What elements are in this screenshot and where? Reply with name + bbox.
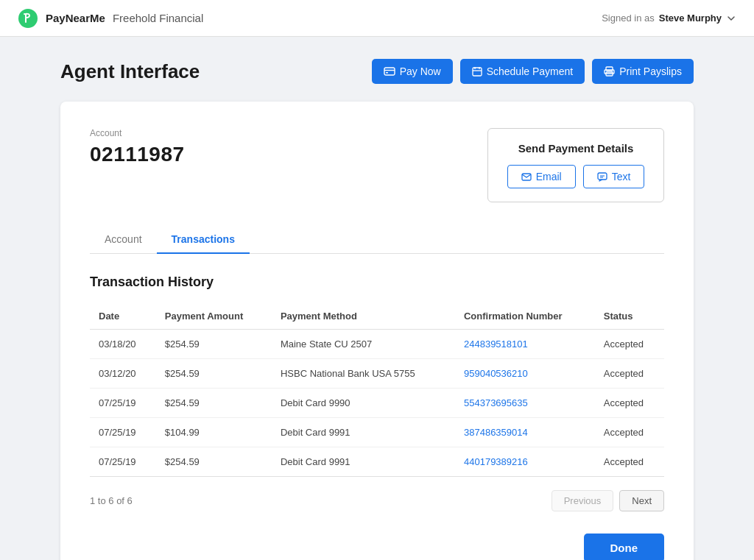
pagination-buttons: Previous Next [552, 490, 664, 511]
paynearme-logo [18, 8, 38, 29]
tab-account[interactable]: Account [90, 226, 157, 254]
print-payslips-button[interactable]: Print Payslips [592, 59, 694, 84]
navbar: PayNearMe Freehold Financial Signed in a… [0, 0, 754, 37]
account-label: Account [90, 128, 185, 138]
cell-status: Accepted [595, 447, 664, 477]
table-row: 07/25/19 $254.59 Debit Card 9991 4401793… [90, 447, 664, 477]
navbar-right: Signed in as Steve Murphy [602, 13, 736, 24]
header-buttons: Pay Now Schedule Payment Print P [372, 59, 694, 84]
printer-icon [604, 66, 615, 77]
navbar-left: PayNearMe Freehold Financial [18, 8, 203, 29]
page-header: Agent Interface Pay Now Schedule Payment [60, 59, 694, 84]
credit-card-icon [384, 67, 395, 76]
tab-transactions[interactable]: Transactions [157, 226, 250, 254]
cell-date: 07/25/19 [90, 389, 156, 418]
main-card: Account 02111987 Send Payment Details Em… [60, 102, 694, 560]
cell-method: Debit Card 9990 [272, 389, 455, 418]
pagination-info: 1 to 6 of 6 [90, 495, 133, 506]
svg-rect-3 [386, 72, 388, 74]
account-number: 02111987 [90, 143, 185, 166]
account-info: Account 02111987 [90, 128, 185, 166]
page-title: Agent Interface [60, 60, 200, 83]
cell-status: Accepted [595, 389, 664, 418]
cell-date: 03/12/20 [90, 359, 156, 389]
email-icon [521, 173, 532, 181]
cell-amount: $254.59 [156, 447, 272, 477]
send-payment-title: Send Payment Details [506, 142, 646, 155]
cell-method: Maine State CU 2507 [272, 330, 455, 359]
send-payment-buttons: Email Text [506, 165, 646, 188]
company-name: Freehold Financial [113, 12, 203, 24]
cell-status: Accepted [595, 330, 664, 359]
table-row: 03/12/20 $254.59 HSBC National Bank USA … [90, 359, 664, 389]
done-button[interactable]: Done [584, 534, 665, 560]
col-method: Payment Method [272, 305, 455, 330]
cell-amount: $254.59 [156, 359, 272, 389]
chat-icon [597, 172, 607, 182]
calendar-icon [472, 66, 482, 77]
table-header: Date Payment Amount Payment Method Confi… [90, 305, 664, 330]
page-container: Agent Interface Pay Now Schedule Payment [46, 37, 708, 560]
cell-method: HSBC National Bank USA 5755 [272, 359, 455, 389]
table-row: 07/25/19 $254.59 Debit Card 9990 5543736… [90, 389, 664, 418]
svg-rect-1 [384, 68, 395, 75]
table-row: 03/18/20 $254.59 Maine State CU 2507 244… [90, 330, 664, 359]
cell-method: Debit Card 9991 [272, 418, 455, 447]
account-section: Account 02111987 Send Payment Details Em… [90, 128, 664, 202]
pay-now-button[interactable]: Pay Now [372, 59, 453, 84]
cell-amount: $104.99 [156, 418, 272, 447]
previous-button[interactable]: Previous [552, 490, 614, 511]
col-status: Status [595, 305, 664, 330]
table-body: 03/18/20 $254.59 Maine State CU 2507 244… [90, 330, 664, 477]
cell-confirmation[interactable]: 440179389216 [455, 447, 595, 477]
cell-confirmation[interactable]: 554373695635 [455, 389, 595, 418]
section-title: Transaction History [90, 274, 664, 290]
tabs: Account Transactions [90, 226, 664, 254]
cell-confirmation[interactable]: 244839518101 [455, 330, 595, 359]
transaction-history-section: Transaction History Date Payment Amount … [90, 274, 664, 477]
schedule-payment-button[interactable]: Schedule Payment [460, 59, 585, 84]
cell-status: Accepted [595, 359, 664, 389]
col-amount: Payment Amount [156, 305, 272, 330]
cell-date: 03/18/20 [90, 330, 156, 359]
table-row: 07/25/19 $104.99 Debit Card 9991 3874863… [90, 418, 664, 447]
cell-status: Accepted [595, 418, 664, 447]
user-name: Steve Murphy [659, 13, 722, 24]
cell-method: Debit Card 9991 [272, 447, 455, 477]
cell-amount: $254.59 [156, 389, 272, 418]
cell-date: 07/25/19 [90, 447, 156, 477]
transaction-table: Date Payment Amount Payment Method Confi… [90, 305, 664, 477]
done-row: Done [90, 534, 664, 560]
cell-confirmation[interactable]: 959040536210 [455, 359, 595, 389]
text-button[interactable]: Text [583, 165, 645, 188]
col-date: Date [90, 305, 156, 330]
svg-point-0 [18, 9, 38, 28]
next-button[interactable]: Next [619, 490, 664, 511]
chevron-down-icon[interactable] [726, 13, 736, 24]
email-button[interactable]: Email [507, 165, 576, 188]
pagination-row: 1 to 6 of 6 Previous Next [90, 490, 664, 511]
cell-confirmation[interactable]: 387486359014 [455, 418, 595, 447]
cell-date: 07/25/19 [90, 418, 156, 447]
brand-name: PayNearMe [46, 12, 105, 24]
send-payment-box: Send Payment Details Email [487, 128, 664, 202]
svg-point-11 [612, 71, 613, 73]
svg-rect-4 [473, 68, 482, 76]
col-confirmation: Confirmation Number [455, 305, 595, 330]
signed-in-prefix: Signed in as [602, 13, 655, 24]
cell-amount: $254.59 [156, 330, 272, 359]
